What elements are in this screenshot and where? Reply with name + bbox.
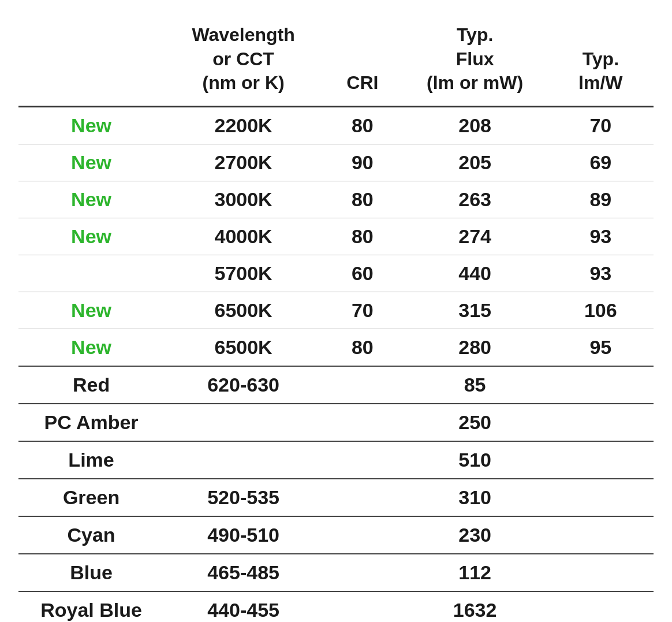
row-label: New [18, 181, 164, 218]
row-label: New [18, 144, 164, 181]
row-lmw [548, 591, 654, 622]
row-label: Blue [18, 554, 164, 591]
new-badge: New [71, 188, 111, 210]
new-badge: New [71, 151, 111, 173]
col-header-wavelength: Wavelengthor CCT(nm or K) [164, 17, 323, 106]
row-lmw [548, 366, 654, 404]
row-lmw: 106 [548, 292, 654, 329]
row-cri: 80 [323, 106, 402, 144]
row-cri: 90 [323, 144, 402, 181]
row-cri [323, 516, 402, 554]
row-flux: 85 [402, 366, 548, 404]
new-badge: New [71, 336, 111, 358]
table-row: Cyan490-510230 [18, 516, 654, 554]
row-cri: 80 [323, 218, 402, 255]
row-wavelength: 520-535 [164, 479, 323, 516]
col-header-lmw: Typ.lm/W [548, 17, 654, 106]
table-row: New2700K9020569 [18, 144, 654, 181]
row-wavelength: 465-485 [164, 554, 323, 591]
table-row: New4000K8027493 [18, 218, 654, 255]
table-row: New6500K70315106 [18, 292, 654, 329]
table-row: New6500K8028095 [18, 329, 654, 366]
row-flux: 250 [402, 404, 548, 441]
row-wavelength: 6500K [164, 292, 323, 329]
col-header-flux: Typ.Flux(lm or mW) [402, 17, 548, 106]
row-wavelength: 5700K [164, 255, 323, 292]
row-wavelength: 2200K [164, 106, 323, 144]
row-lmw [548, 554, 654, 591]
row-label: New [18, 292, 164, 329]
row-label: Royal Blue [18, 591, 164, 622]
row-lmw [548, 441, 654, 479]
row-flux: 205 [402, 144, 548, 181]
table-row: Blue465-485112 [18, 554, 654, 591]
main-table-container: Wavelengthor CCT(nm or K) CRI Typ.Flux(l… [18, 17, 654, 622]
table-row: Royal Blue440-4551632 [18, 591, 654, 622]
row-flux: 263 [402, 181, 548, 218]
row-label: New [18, 218, 164, 255]
row-label: Red [18, 366, 164, 404]
row-flux: 208 [402, 106, 548, 144]
header-row: Wavelengthor CCT(nm or K) CRI Typ.Flux(l… [18, 17, 654, 106]
row-lmw [548, 404, 654, 441]
col-header-label [18, 17, 164, 106]
row-cri: 80 [323, 329, 402, 366]
row-lmw: 95 [548, 329, 654, 366]
row-flux: 230 [402, 516, 548, 554]
row-flux: 510 [402, 441, 548, 479]
row-cri [323, 554, 402, 591]
row-cri: 70 [323, 292, 402, 329]
row-wavelength: 2700K [164, 144, 323, 181]
row-lmw: 93 [548, 255, 654, 292]
row-cri [323, 441, 402, 479]
row-lmw [548, 479, 654, 516]
row-wavelength: 490-510 [164, 516, 323, 554]
row-label: Cyan [18, 516, 164, 554]
row-flux: 440 [402, 255, 548, 292]
table-row: PC Amber250 [18, 404, 654, 441]
row-flux: 310 [402, 479, 548, 516]
new-badge: New [71, 299, 111, 321]
row-flux: 112 [402, 554, 548, 591]
row-label: Green [18, 479, 164, 516]
new-badge: New [71, 225, 111, 247]
row-label: New [18, 106, 164, 144]
row-wavelength: 4000K [164, 218, 323, 255]
row-flux: 280 [402, 329, 548, 366]
row-cri [323, 366, 402, 404]
row-label: New [18, 329, 164, 366]
row-wavelength [164, 404, 323, 441]
table-row: Lime510 [18, 441, 654, 479]
row-lmw: 69 [548, 144, 654, 181]
row-cri [323, 591, 402, 622]
row-wavelength [164, 441, 323, 479]
row-lmw: 70 [548, 106, 654, 144]
row-label [18, 255, 164, 292]
row-wavelength: 6500K [164, 329, 323, 366]
row-flux: 1632 [402, 591, 548, 622]
table-row: Red620-63085 [18, 366, 654, 404]
row-lmw [548, 516, 654, 554]
row-flux: 274 [402, 218, 548, 255]
row-wavelength: 620-630 [164, 366, 323, 404]
new-badge: New [71, 114, 111, 136]
table-row: New2200K8020870 [18, 106, 654, 144]
row-cri: 80 [323, 181, 402, 218]
row-label: Lime [18, 441, 164, 479]
row-flux: 315 [402, 292, 548, 329]
table-row: Green520-535310 [18, 479, 654, 516]
row-wavelength: 3000K [164, 181, 323, 218]
table-row: 5700K6044093 [18, 255, 654, 292]
col-header-cri: CRI [323, 17, 402, 106]
row-cri [323, 479, 402, 516]
row-cri: 60 [323, 255, 402, 292]
row-cri [323, 404, 402, 441]
led-specs-table: Wavelengthor CCT(nm or K) CRI Typ.Flux(l… [18, 17, 654, 622]
row-label: PC Amber [18, 404, 164, 441]
row-lmw: 89 [548, 181, 654, 218]
row-wavelength: 440-455 [164, 591, 323, 622]
row-lmw: 93 [548, 218, 654, 255]
table-row: New3000K8026389 [18, 181, 654, 218]
